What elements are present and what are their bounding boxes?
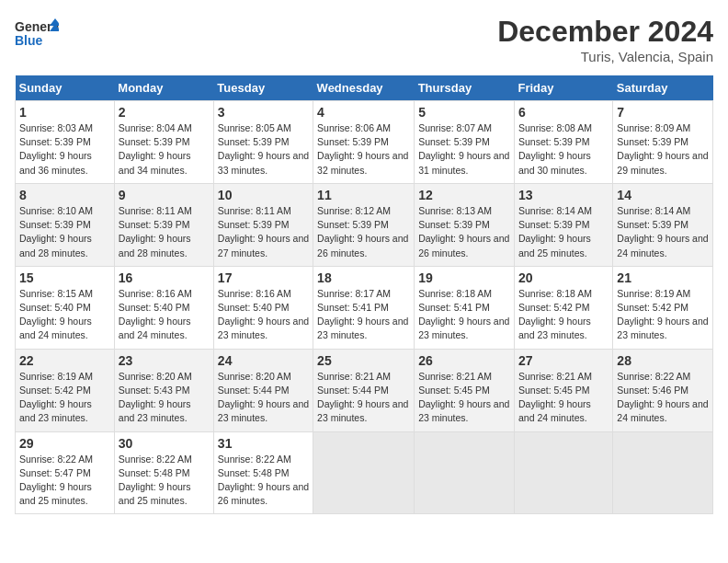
table-row: 1 Sunrise: 8:03 AMSunset: 5:39 PMDayligh… (16, 101, 115, 184)
day-number: 16 (119, 270, 210, 285)
table-row (514, 431, 612, 514)
calendar-week-row: 8 Sunrise: 8:10 AMSunset: 5:39 PMDayligh… (16, 183, 713, 266)
table-row: 17 Sunrise: 8:16 AMSunset: 5:40 PMDaylig… (213, 266, 313, 349)
day-number: 22 (19, 353, 110, 368)
day-detail: Sunrise: 8:16 AMSunset: 5:40 PMDaylight:… (119, 288, 192, 341)
table-row: 21 Sunrise: 8:19 AMSunset: 5:42 PMDaylig… (613, 266, 713, 349)
calendar-week-row: 1 Sunrise: 8:03 AMSunset: 5:39 PMDayligh… (16, 101, 713, 184)
calendar-table: Sunday Monday Tuesday Wednesday Thursday… (15, 75, 713, 514)
day-detail: Sunrise: 8:22 AMSunset: 5:48 PMDaylight:… (218, 454, 309, 507)
table-row: 29 Sunrise: 8:22 AMSunset: 5:47 PMDaylig… (16, 431, 115, 514)
table-row: 25 Sunrise: 8:21 AMSunset: 5:44 PMDaylig… (313, 349, 415, 431)
day-number: 10 (218, 188, 309, 202)
day-detail: Sunrise: 8:08 AMSunset: 5:39 PMDaylight:… (518, 122, 592, 176)
day-number: 8 (19, 188, 110, 202)
day-detail: Sunrise: 8:18 AMSunset: 5:42 PMDaylight:… (518, 288, 592, 341)
day-number: 3 (218, 105, 309, 120)
table-row: 9 Sunrise: 8:11 AMSunset: 5:39 PMDayligh… (114, 183, 213, 266)
table-row: 2 Sunrise: 8:04 AMSunset: 5:39 PMDayligh… (114, 101, 213, 184)
table-row: 26 Sunrise: 8:21 AMSunset: 5:45 PMDaylig… (415, 349, 515, 431)
day-detail: Sunrise: 8:21 AMSunset: 5:45 PMDaylight:… (418, 371, 509, 424)
day-number: 21 (617, 270, 709, 285)
table-row: 28 Sunrise: 8:22 AMSunset: 5:46 PMDaylig… (613, 349, 713, 431)
table-row (613, 431, 713, 514)
title-block: December 2024 Turis, Valencia, Spain (497, 15, 713, 64)
calendar-week-row: 29 Sunrise: 8:22 AMSunset: 5:47 PMDaylig… (16, 431, 713, 514)
header-sunday: Sunday (16, 75, 115, 101)
day-number: 25 (317, 353, 410, 368)
day-number: 31 (218, 436, 309, 451)
table-row: 15 Sunrise: 8:15 AMSunset: 5:40 PMDaylig… (16, 266, 115, 349)
day-number: 7 (617, 105, 709, 120)
day-detail: Sunrise: 8:04 AMSunset: 5:39 PMDaylight:… (119, 122, 192, 176)
header-monday: Monday (114, 75, 213, 101)
table-row: 24 Sunrise: 8:20 AMSunset: 5:44 PMDaylig… (213, 349, 313, 431)
day-detail: Sunrise: 8:21 AMSunset: 5:44 PMDaylight:… (317, 371, 408, 424)
table-row: 23 Sunrise: 8:20 AMSunset: 5:43 PMDaylig… (114, 349, 213, 431)
table-row (415, 431, 515, 514)
day-detail: Sunrise: 8:14 AMSunset: 5:39 PMDaylight:… (518, 205, 592, 259)
day-number: 23 (119, 353, 210, 368)
day-number: 18 (317, 270, 410, 285)
day-detail: Sunrise: 8:11 AMSunset: 5:39 PMDaylight:… (218, 205, 309, 259)
day-number: 15 (19, 270, 110, 285)
table-row: 31 Sunrise: 8:22 AMSunset: 5:48 PMDaylig… (213, 431, 313, 514)
table-row: 12 Sunrise: 8:13 AMSunset: 5:39 PMDaylig… (415, 183, 515, 266)
day-number: 30 (119, 436, 210, 451)
svg-text:Blue: Blue (15, 33, 43, 48)
table-row: 22 Sunrise: 8:19 AMSunset: 5:42 PMDaylig… (16, 349, 115, 431)
day-detail: Sunrise: 8:14 AMSunset: 5:39 PMDaylight:… (617, 205, 708, 259)
day-detail: Sunrise: 8:07 AMSunset: 5:39 PMDaylight:… (418, 122, 509, 176)
table-row: 11 Sunrise: 8:12 AMSunset: 5:39 PMDaylig… (313, 183, 415, 266)
table-row: 8 Sunrise: 8:10 AMSunset: 5:39 PMDayligh… (16, 183, 115, 266)
day-detail: Sunrise: 8:22 AMSunset: 5:46 PMDaylight:… (617, 371, 708, 424)
day-detail: Sunrise: 8:22 AMSunset: 5:47 PMDaylight:… (19, 454, 93, 507)
day-detail: Sunrise: 8:11 AMSunset: 5:39 PMDaylight:… (119, 205, 192, 259)
day-number: 14 (617, 188, 709, 202)
table-row: 16 Sunrise: 8:16 AMSunset: 5:40 PMDaylig… (114, 266, 213, 349)
day-number: 4 (317, 105, 410, 120)
day-detail: Sunrise: 8:05 AMSunset: 5:39 PMDaylight:… (218, 122, 309, 176)
day-detail: Sunrise: 8:12 AMSunset: 5:39 PMDaylight:… (317, 205, 408, 259)
day-number: 19 (418, 270, 510, 285)
table-row: 7 Sunrise: 8:09 AMSunset: 5:39 PMDayligh… (613, 101, 713, 184)
day-number: 12 (418, 188, 510, 202)
day-number: 24 (218, 353, 309, 368)
table-row: 20 Sunrise: 8:18 AMSunset: 5:42 PMDaylig… (514, 266, 612, 349)
day-number: 6 (518, 105, 609, 120)
location-subtitle: Turis, Valencia, Spain (497, 49, 713, 64)
header-tuesday: Tuesday (213, 75, 313, 101)
table-row: 27 Sunrise: 8:21 AMSunset: 5:45 PMDaylig… (514, 349, 612, 431)
header-friday: Friday (514, 75, 612, 101)
page-header: General Blue December 2024 Turis, Valenc… (15, 15, 713, 64)
table-row: 19 Sunrise: 8:18 AMSunset: 5:41 PMDaylig… (415, 266, 515, 349)
day-number: 28 (617, 353, 709, 368)
day-detail: Sunrise: 8:19 AMSunset: 5:42 PMDaylight:… (19, 371, 93, 424)
table-row: 13 Sunrise: 8:14 AMSunset: 5:39 PMDaylig… (514, 183, 612, 266)
day-number: 5 (418, 105, 510, 120)
day-number: 27 (518, 353, 609, 368)
day-detail: Sunrise: 8:18 AMSunset: 5:41 PMDaylight:… (418, 288, 509, 341)
day-number: 29 (19, 436, 110, 451)
calendar-header-row: Sunday Monday Tuesday Wednesday Thursday… (16, 75, 713, 101)
table-row: 5 Sunrise: 8:07 AMSunset: 5:39 PMDayligh… (415, 101, 515, 184)
day-detail: Sunrise: 8:16 AMSunset: 5:40 PMDaylight:… (218, 288, 309, 341)
table-row (313, 431, 415, 514)
day-number: 1 (19, 105, 110, 120)
calendar-week-row: 15 Sunrise: 8:15 AMSunset: 5:40 PMDaylig… (16, 266, 713, 349)
day-detail: Sunrise: 8:17 AMSunset: 5:41 PMDaylight:… (317, 288, 408, 341)
day-detail: Sunrise: 8:19 AMSunset: 5:42 PMDaylight:… (617, 288, 708, 341)
table-row: 3 Sunrise: 8:05 AMSunset: 5:39 PMDayligh… (213, 101, 313, 184)
day-number: 11 (317, 188, 410, 202)
day-detail: Sunrise: 8:22 AMSunset: 5:48 PMDaylight:… (119, 454, 192, 507)
day-number: 26 (418, 353, 510, 368)
day-number: 2 (119, 105, 210, 120)
day-detail: Sunrise: 8:20 AMSunset: 5:43 PMDaylight:… (119, 371, 192, 424)
table-row: 10 Sunrise: 8:11 AMSunset: 5:39 PMDaylig… (213, 183, 313, 266)
table-row: 4 Sunrise: 8:06 AMSunset: 5:39 PMDayligh… (313, 101, 415, 184)
table-row: 6 Sunrise: 8:08 AMSunset: 5:39 PMDayligh… (514, 101, 612, 184)
day-number: 9 (119, 188, 210, 202)
day-number: 13 (518, 188, 609, 202)
logo: General Blue (15, 15, 59, 53)
day-number: 17 (218, 270, 309, 285)
